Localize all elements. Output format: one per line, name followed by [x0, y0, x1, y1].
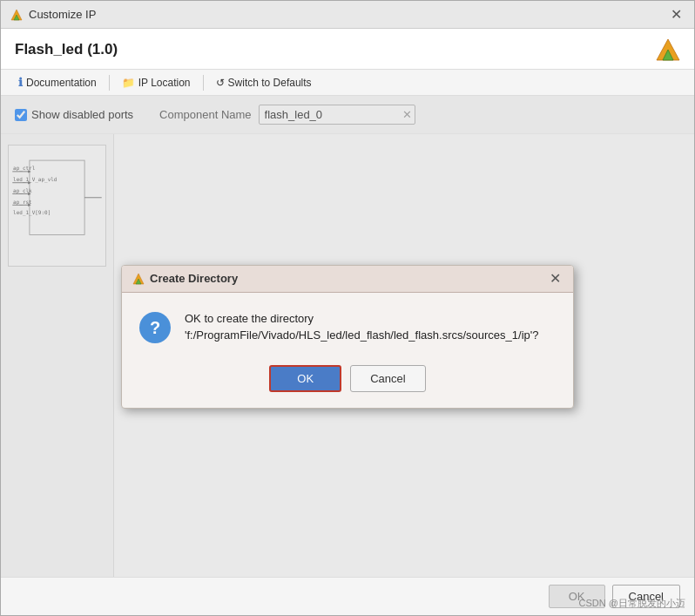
app-title-text: Flash_led (1.0) — [15, 41, 118, 58]
main-cancel-button[interactable]: Cancel — [612, 585, 680, 608]
question-mark: ? — [150, 319, 160, 336]
main-ok-button: OK — [549, 585, 605, 608]
create-directory-dialog: Create Directory ✕ ? OK to create the di… — [121, 265, 574, 409]
dialog-close-button[interactable]: ✕ — [548, 272, 563, 286]
switch-defaults-label: Switch to Defaults — [228, 77, 312, 89]
refresh-icon: ↺ — [216, 77, 225, 89]
dialog-buttons: OK Cancel — [122, 358, 573, 408]
ip-location-button[interactable]: 📁 IP Location — [115, 74, 198, 91]
switch-defaults-button[interactable]: ↺ Switch to Defaults — [209, 74, 319, 91]
app-icon — [10, 8, 24, 22]
documentation-label: Documentation — [26, 77, 97, 89]
toolbar: ℹ Documentation 📁 IP Location ↺ Switch t… — [1, 70, 694, 96]
dialog-title-icon — [132, 273, 145, 285]
dialog-ok-button[interactable]: OK — [269, 365, 341, 392]
content-area: Show disabled ports Component Name ✕ — [1, 96, 694, 577]
dialog-title-text: Create Directory — [150, 272, 238, 285]
window-close-button[interactable]: ✕ — [667, 6, 685, 24]
title-bar: Customize IP ✕ — [1, 1, 694, 29]
app-header: Flash_led (1.0) — [1, 29, 694, 70]
dialog-titlebar: Create Directory ✕ — [122, 266, 573, 293]
dialog-cancel-button[interactable]: Cancel — [350, 365, 425, 392]
dialog-message-text: OK to create the directory 'f:/ProgramFi… — [185, 310, 556, 344]
toolbar-separator-2 — [203, 75, 204, 91]
info-icon: ℹ — [18, 76, 23, 89]
dialog-overlay: Create Directory ✕ ? OK to create the di… — [1, 96, 694, 577]
dialog-body: ? OK to create the directory 'f:/Program… — [122, 293, 573, 358]
ip-location-label: IP Location — [138, 77, 191, 89]
bottom-bar: OK Cancel — [1, 577, 694, 615]
main-window: Customize IP ✕ Flash_led (1.0) ℹ Documen… — [0, 0, 695, 616]
question-icon: ? — [139, 312, 171, 343]
dialog-titlebar-left: Create Directory — [132, 272, 238, 285]
title-bar-left: Customize IP — [10, 8, 96, 22]
documentation-button[interactable]: ℹ Documentation — [11, 73, 104, 91]
vivado-logo-icon — [656, 37, 680, 62]
toolbar-separator-1 — [109, 75, 110, 91]
window-title: Customize IP — [29, 8, 96, 21]
app-title-row: Flash_led (1.0) — [15, 37, 680, 62]
folder-icon: 📁 — [122, 77, 135, 89]
